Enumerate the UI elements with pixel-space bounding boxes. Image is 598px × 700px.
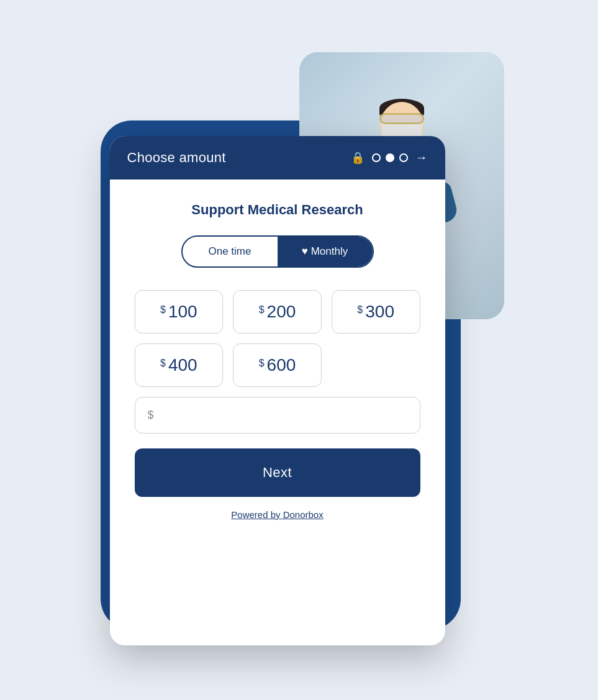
amount-value-600: 600 — [267, 355, 296, 375]
card-body: Support Medical Research One time ♥ Mont… — [110, 180, 445, 539]
donation-card: Choose amount 🔒 → Support Medical Resear… — [110, 136, 445, 645]
custom-currency-symbol: $ — [148, 409, 154, 422]
amount-button-400[interactable]: $ 400 — [135, 343, 224, 387]
amount-value-400: 400 — [168, 355, 197, 375]
amount-button-600[interactable]: $ 600 — [233, 343, 322, 387]
custom-amount-wrapper: $ — [135, 397, 420, 434]
step-dot-1 — [372, 153, 381, 162]
amount-value-100: 100 — [168, 302, 197, 322]
frequency-toggle: One time ♥ Monthly — [181, 235, 374, 268]
next-arrow-icon[interactable]: → — [415, 150, 428, 165]
step-dot-2 — [386, 153, 394, 162]
card-header: Choose amount 🔒 → — [110, 136, 445, 180]
currency-symbol-600: $ — [259, 358, 265, 369]
monthly-button[interactable]: ♥ Monthly — [278, 237, 373, 266]
currency-symbol-300: $ — [357, 304, 363, 316]
powered-by[interactable]: Powered by Donorbox — [135, 509, 420, 520]
currency-symbol-400: $ — [160, 358, 166, 369]
currency-symbol-100: $ — [160, 304, 166, 316]
amount-button-300[interactable]: $ 300 — [332, 290, 420, 334]
currency-symbol-200: $ — [259, 304, 265, 316]
next-button[interactable]: Next — [135, 448, 420, 497]
header-controls: 🔒 → — [351, 150, 428, 165]
step-dots — [372, 153, 408, 162]
amount-value-300: 300 — [365, 302, 394, 322]
scene: Choose amount 🔒 → Support Medical Resear… — [82, 40, 517, 661]
amount-value-200: 200 — [267, 302, 296, 322]
amount-grid-row1: $ 100 $ 200 $ 300 — [135, 290, 420, 334]
amount-button-200[interactable]: $ 200 — [233, 290, 322, 334]
custom-amount-input[interactable] — [159, 409, 407, 422]
campaign-title: Support Medical Research — [135, 202, 420, 218]
page-title: Choose amount — [127, 150, 226, 166]
step-dot-3 — [399, 153, 408, 162]
lock-icon: 🔒 — [351, 151, 365, 165]
amount-button-100[interactable]: $ 100 — [135, 290, 224, 334]
scientist-glasses — [379, 113, 424, 124]
amount-grid-row2: $ 400 $ 600 — [135, 343, 420, 387]
one-time-button[interactable]: One time — [183, 237, 278, 266]
